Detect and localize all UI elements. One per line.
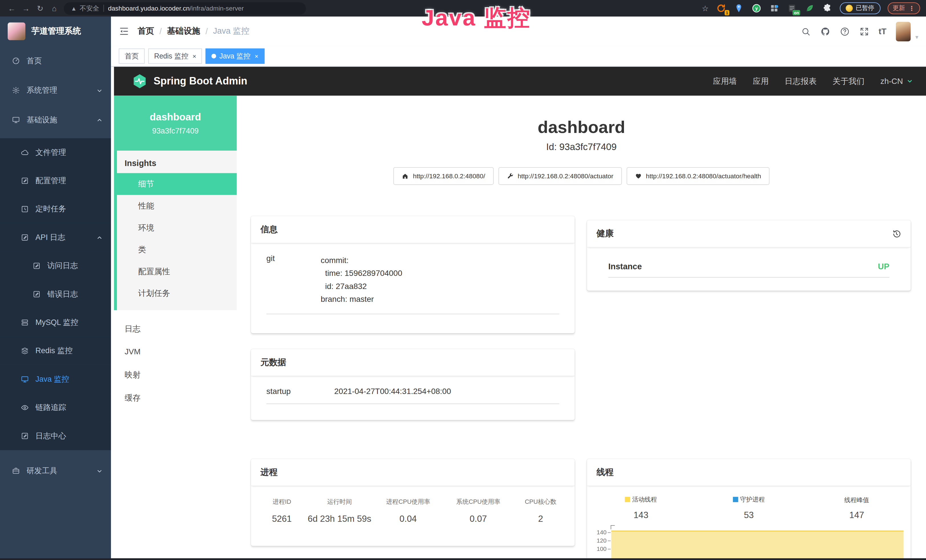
paused-extension-pill[interactable]: 已暂停 [840, 2, 881, 14]
history-icon[interactable] [892, 229, 901, 238]
sidebar-item-redis[interactable]: Redis 监控 [0, 337, 111, 365]
instance-link-button[interactable]: http://192.168.0.2:48080/actuator [498, 167, 622, 185]
pin-blue-icon[interactable] [734, 3, 744, 14]
sidebar-item-trace[interactable]: 链路追踪 [0, 394, 111, 422]
locale-label: zh-CN [881, 77, 903, 86]
sba-nav-关于我们[interactable]: 关于我们 [832, 76, 864, 86]
sba-menu-环境[interactable]: 环境 [117, 217, 237, 239]
sba-menu-类[interactable]: 类 [117, 239, 237, 261]
metadata-key: startup [266, 387, 334, 396]
y-green-icon[interactable]: y [751, 3, 762, 14]
bookmark-star-icon[interactable]: ☆ [702, 4, 709, 12]
sidebar-item-label: Redis 监控 [35, 345, 73, 356]
eye-icon [21, 403, 29, 412]
sba-menu-计划任务[interactable]: 计划任务 [117, 282, 237, 304]
process-value: 2 [513, 513, 569, 524]
sba-nav-应用[interactable]: 应用 [753, 76, 769, 86]
legend-group-活动线程: 活动线程143 [587, 494, 695, 520]
sba-menu-缓存[interactable]: 缓存 [114, 386, 237, 409]
sidebar-item-home[interactable]: 首页 [0, 46, 111, 76]
info-card-title: 信息 [260, 224, 277, 235]
y-axis-tick [608, 540, 611, 541]
menu-dots-icon[interactable]: ⋮ [909, 5, 915, 12]
sba-brand[interactable]: Spring Boot Admin [132, 73, 247, 89]
briefcase-icon [12, 467, 20, 475]
sidebar-item-error-log[interactable]: 错误日志 [0, 280, 111, 309]
tab-首页[interactable]: 首页 [119, 48, 145, 64]
github-icon[interactable] [820, 26, 830, 36]
sba-menu-JVM[interactable]: JVM [114, 341, 237, 363]
sidebar-item-devtools[interactable]: 研发工具 [0, 456, 111, 486]
breadcrumb-item[interactable]: 首页 [138, 26, 154, 36]
search-icon[interactable] [800, 26, 811, 36]
chrome-update-button[interactable]: 更新 ⋮ [887, 2, 920, 14]
reload-icon[interactable]: ↻ [34, 4, 46, 12]
sidebar-item-infra[interactable]: 基础设施 [0, 105, 111, 135]
close-icon[interactable]: × [255, 53, 259, 60]
back-icon[interactable]: ← [6, 4, 18, 12]
sidebar-item-access-log[interactable]: 访问日志 [0, 251, 111, 280]
sba-menu-映射[interactable]: 映射 [114, 363, 237, 387]
grid-gray-icon[interactable] [769, 3, 779, 14]
refresh-orange-icon[interactable]: 1 [716, 3, 726, 14]
sidebar-item-system[interactable]: 系统管理 [0, 76, 111, 105]
sba-menu-细节[interactable]: 细节 [117, 173, 237, 195]
sba-menu-配置属性[interactable]: 配置属性 [117, 260, 237, 282]
question-icon[interactable] [840, 26, 850, 36]
sidebar-item-file[interactable]: 文件管理 [0, 138, 111, 166]
instance-link-button[interactable]: http://192.168.0.2:48080/actuator/health [626, 167, 769, 185]
sba-locale-select[interactable]: zh-CN [881, 77, 913, 86]
url-bar[interactable]: ▲ 不安全 dashboard.yudao.iocoder.cn/infra/a… [64, 2, 306, 14]
leaf-green-icon[interactable] [804, 3, 815, 14]
logo-avatar [8, 23, 26, 40]
sidebar-item-log-center[interactable]: 日志中心 [0, 422, 111, 450]
threads-card: 线程 活动线程143守护进程53线程峰值147 140120100 [587, 459, 911, 560]
monitor-icon [12, 116, 20, 124]
legend-group-守护进程: 守护进程53 [695, 494, 803, 520]
puzzle-icon[interactable] [822, 3, 833, 14]
sba-sidebar-others: 日志JVM映射缓存 [114, 310, 237, 409]
gear-icon [12, 86, 20, 94]
sidebar-item-label: 文件管理 [35, 147, 66, 158]
user-avatar[interactable] [896, 22, 911, 41]
url-path: /infra/admin-server [190, 5, 244, 12]
tab-Redis 监控[interactable]: Redis 监控× [148, 48, 202, 64]
sba-nav-日志报表[interactable]: 日志报表 [785, 76, 817, 86]
app-logo[interactable]: 芋道管理系统 [0, 17, 111, 46]
paused-label: 已暂停 [856, 4, 875, 12]
wrench-link-icon [507, 173, 514, 180]
sidebar-item-java[interactable]: Java 监控 [0, 365, 111, 394]
caret-down-icon[interactable]: ▾ [915, 33, 918, 41]
sidebar-item-config[interactable]: 配置管理 [0, 166, 111, 195]
sidebar-menu: 首页系统管理基础设施文件管理配置管理定时任务API 日志访问日志错误日志MySQ… [0, 46, 111, 486]
sidebar-item-mysql[interactable]: MySQL 监控 [0, 309, 111, 337]
sba-menu-性能[interactable]: 性能 [117, 195, 237, 217]
home-icon[interactable]: ⌂ [48, 4, 60, 12]
instance-link-button[interactable]: http://192.168.0.2:48080/ [393, 167, 494, 185]
sidebar-fold-icon[interactable] [119, 26, 129, 36]
sba-menu-日志[interactable]: 日志 [114, 317, 237, 341]
tab-label: Redis 监控 [154, 51, 188, 61]
gauge-icon [12, 57, 20, 65]
monitor-icon [21, 375, 29, 383]
edit-icon [33, 262, 41, 270]
sidebar-item-job[interactable]: 定时任务 [0, 195, 111, 223]
sba-insights-section: Insights 细节性能环境类配置属性计划任务 [114, 151, 237, 310]
warning-icon: ▲ [71, 5, 77, 12]
window-bottom-edge [0, 558, 926, 560]
sba-nav-应用墙[interactable]: 应用墙 [713, 76, 737, 86]
note-on-icon[interactable]: on [787, 3, 797, 14]
sba-instance-header[interactable]: dashboard 93a3fc7f7409 [114, 95, 237, 151]
instance-name: dashboard [150, 111, 201, 123]
fullscreen-icon[interactable] [859, 26, 869, 36]
text-size-icon[interactable]: tT [879, 27, 887, 36]
info-line: time: 1596289704000 [321, 267, 402, 280]
breadcrumb: 首页/基础设施/Java 监控 [138, 26, 249, 36]
close-icon[interactable]: × [192, 53, 196, 60]
breadcrumb-item[interactable]: 基础设施 [167, 26, 200, 36]
sidebar-item-label: 访问日志 [47, 260, 78, 271]
forward-icon[interactable]: → [20, 4, 32, 12]
sidebar-item-api-log[interactable]: API 日志 [0, 223, 111, 251]
process-value: 0.04 [372, 513, 444, 524]
tab-Java 监控[interactable]: Java 监控× [206, 48, 264, 64]
